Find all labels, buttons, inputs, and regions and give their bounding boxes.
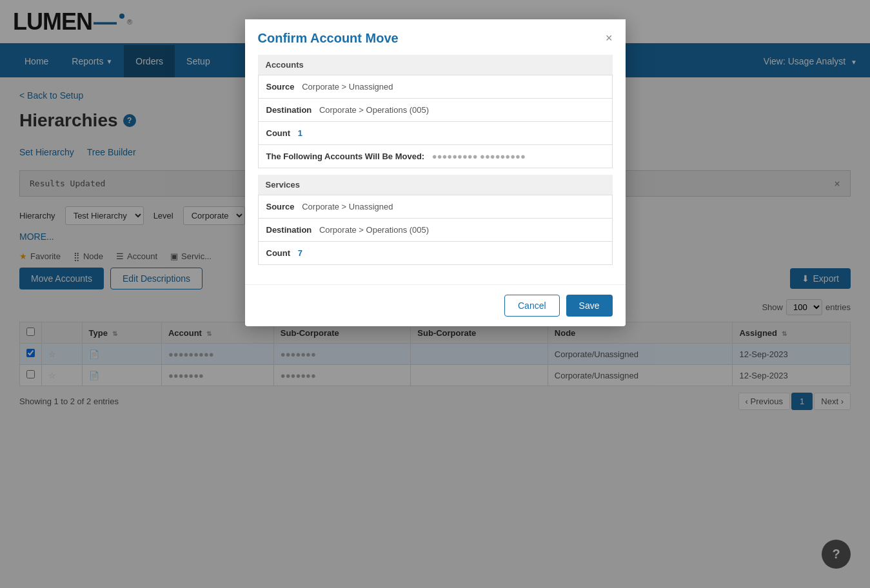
- accounts-count-row: Count 1: [259, 122, 612, 145]
- services-section: Services Source Corporate > Unassigned D…: [258, 175, 613, 265]
- accounts-dest-row: Destination Corporate > Operations (005): [259, 99, 612, 122]
- services-source-label: Source: [266, 202, 295, 211]
- services-count-value: 7: [298, 248, 302, 258]
- accounts-following-value: ●●●●●●●●● ●●●●●●●●●: [432, 152, 526, 161]
- services-dest-value: Corporate > Operations (005): [319, 225, 429, 235]
- accounts-following-row: The Following Accounts Will Be Moved: ●●…: [259, 145, 612, 168]
- accounts-source-row: Source Corporate > Unassigned: [259, 75, 612, 99]
- accounts-rows: Source Corporate > Unassigned Destinatio…: [258, 75, 613, 168]
- accounts-following-label: The Following Accounts Will Be Moved:: [266, 152, 425, 161]
- accounts-dest-value: Corporate > Operations (005): [319, 105, 429, 115]
- accounts-section: Accounts Source Corporate > Unassigned D…: [258, 55, 613, 168]
- modal-footer: Cancel Save: [245, 284, 626, 326]
- cancel-button[interactable]: Cancel: [504, 295, 560, 317]
- services-dest-label: Destination: [266, 225, 312, 235]
- services-rows: Source Corporate > Unassigned Destinatio…: [258, 195, 613, 265]
- services-source-value: Corporate > Unassigned: [302, 202, 393, 211]
- services-section-header: Services: [258, 175, 613, 195]
- services-count-row: Count 7: [259, 242, 612, 264]
- accounts-count-value: 1: [298, 128, 302, 138]
- accounts-source-label: Source: [266, 82, 295, 92]
- modal-body: Accounts Source Corporate > Unassigned D…: [245, 55, 626, 284]
- accounts-count-label: Count: [266, 128, 291, 138]
- services-count-label: Count: [266, 248, 291, 258]
- save-button[interactable]: Save: [566, 295, 613, 317]
- confirm-account-move-modal: Confirm Account Move × Accounts Source C…: [245, 19, 626, 326]
- accounts-source-value: Corporate > Unassigned: [302, 82, 393, 92]
- modal-title: Confirm Account Move: [258, 31, 399, 46]
- modal-overlay[interactable]: Confirm Account Move × Accounts Source C…: [0, 0, 870, 588]
- accounts-section-header: Accounts: [258, 55, 613, 75]
- accounts-dest-label: Destination: [266, 105, 312, 115]
- modal-close-button[interactable]: ×: [606, 32, 613, 45]
- modal-header: Confirm Account Move ×: [245, 19, 626, 55]
- services-dest-row: Destination Corporate > Operations (005): [259, 219, 612, 242]
- services-source-row: Source Corporate > Unassigned: [259, 195, 612, 219]
